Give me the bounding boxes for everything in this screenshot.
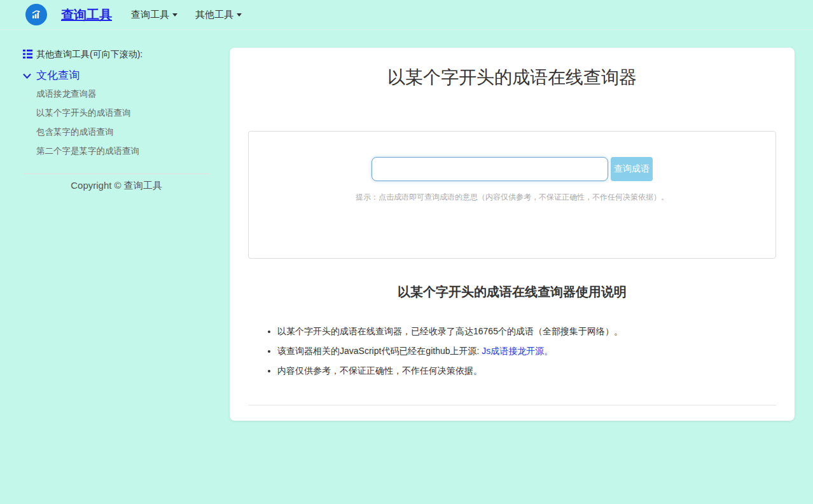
page-title: 以某个字开头的成语在线查询器 bbox=[230, 48, 795, 90]
instruction-item: 内容仅供参考，不保证正确性，不作任何决策依据。 bbox=[277, 364, 795, 377]
sidebar-category-label: 文化查询 bbox=[36, 68, 80, 83]
search-panel: 查询成语 提示：点击成语即可查询成语的意思（内容仅供参考，不保证正确性，不作任何… bbox=[248, 131, 776, 259]
nav-dropdown-query-tools-label: 查询工具 bbox=[131, 9, 169, 21]
top-navbar: 查询工具 查询工具 其他工具 bbox=[0, 0, 813, 30]
sidebar-divider bbox=[23, 174, 210, 174]
chevron-down-icon bbox=[23, 73, 31, 79]
instructions-list: 以某个字开头的成语在线查询器，已经收录了高达16765个的成语（全部搜集于网络）… bbox=[230, 325, 795, 377]
sidebar-item-idiom-chain[interactable]: 成语接龙查询器 bbox=[36, 88, 210, 100]
sidebar-item-idiom-second-char[interactable]: 第二个字是某字的成语查询 bbox=[36, 146, 210, 157]
sidebar-item-idiom-starts-with[interactable]: 以某个字开头的成语查询 bbox=[36, 107, 210, 119]
card-bottom-divider bbox=[248, 405, 776, 405]
nav-dropdown-query-tools[interactable]: 查询工具 bbox=[131, 9, 177, 21]
idiom-search-input[interactable] bbox=[372, 157, 608, 181]
query-idiom-button[interactable]: 查询成语 bbox=[611, 157, 653, 181]
brand-title[interactable]: 查询工具 bbox=[61, 6, 112, 24]
instruction-item: 该查询器相关的JavaScript代码已经在github上开源: Js成语接龙开… bbox=[277, 344, 795, 357]
search-hint-text: 提示：点击成语即可查询成语的意思（内容仅供参考，不保证正确性，不作任何决策依据）… bbox=[249, 192, 775, 203]
instruction-text: 内容仅供参考，不保证正确性，不作任何决策依据。 bbox=[277, 365, 482, 376]
github-open-source-link[interactable]: Js成语接龙开源。 bbox=[482, 346, 553, 356]
copyright-text: Copyright © 查询工具 bbox=[23, 180, 210, 192]
nav-dropdown-other-tools-label: 其他工具 bbox=[195, 9, 233, 21]
sidebar-category-culture[interactable]: 文化查询 bbox=[23, 68, 210, 83]
sidebar-item-idiom-contains[interactable]: 包含某字的成语查询 bbox=[36, 126, 210, 138]
instructions-heading: 以某个字开头的成语在线查询器使用说明 bbox=[230, 283, 795, 301]
instruction-text: 该查询器相关的JavaScript代码已经在github上开源: bbox=[277, 346, 482, 356]
main-card: 以某个字开头的成语在线查询器 查询成语 提示：点击成语即可查询成语的意思（内容仅… bbox=[230, 48, 795, 421]
instruction-text: 以某个字开头的成语在线查询器，已经收录了高达16765个的成语（全部搜集于网络）… bbox=[277, 326, 623, 336]
sidebar: 其他查询工具(可向下滚动): 文化查询 成语接龙查询器 以某个字开头的成语查询 … bbox=[23, 48, 210, 192]
instruction-item: 以某个字开头的成语在线查询器，已经收录了高达16765个的成语（全部搜集于网络）… bbox=[277, 325, 795, 337]
sidebar-header-label: 其他查询工具(可向下滚动): bbox=[36, 48, 142, 60]
list-icon bbox=[23, 50, 32, 58]
caret-down-icon bbox=[172, 13, 177, 17]
nav-dropdown-other-tools[interactable]: 其他工具 bbox=[195, 9, 242, 21]
sidebar-header: 其他查询工具(可向下滚动): bbox=[23, 48, 210, 60]
site-logo[interactable] bbox=[25, 4, 47, 25]
chart-logo-icon bbox=[31, 9, 42, 20]
sidebar-tool-list: 成语接龙查询器 以某个字开头的成语查询 包含某字的成语查询 第二个字是某字的成语… bbox=[36, 88, 210, 157]
caret-down-icon bbox=[237, 13, 242, 17]
